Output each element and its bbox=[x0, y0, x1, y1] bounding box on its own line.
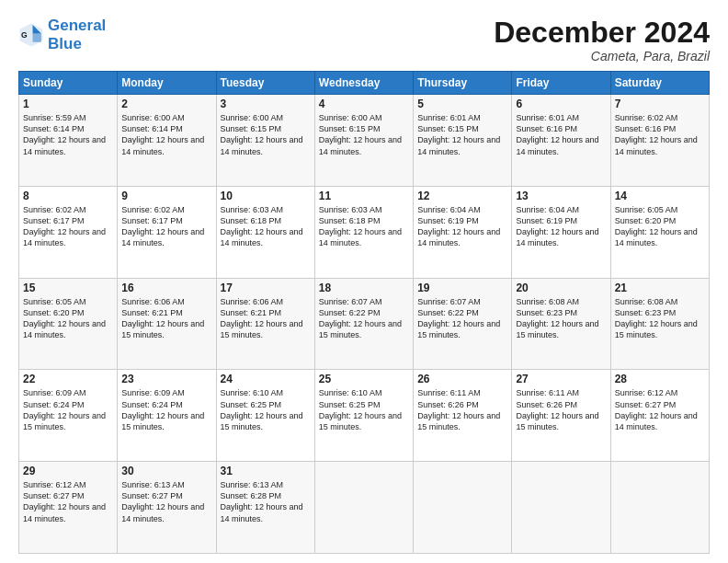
day-cell-1: 1Sunrise: 5:59 AMSunset: 6:14 PMDaylight… bbox=[19, 95, 118, 187]
calendar-header: SundayMondayTuesdayWednesdayThursdayFrid… bbox=[19, 72, 710, 95]
cell-info: Sunrise: 6:03 AMSunset: 6:18 PMDaylight:… bbox=[319, 204, 409, 249]
calendar-table: SundayMondayTuesdayWednesdayThursdayFrid… bbox=[18, 71, 710, 554]
day-cell-8: 8Sunrise: 6:02 AMSunset: 6:17 PMDaylight… bbox=[19, 186, 118, 278]
day-cell-4: 4Sunrise: 6:00 AMSunset: 6:15 PMDaylight… bbox=[314, 95, 413, 187]
day-number: 5 bbox=[417, 98, 507, 110]
day-number: 4 bbox=[319, 98, 409, 110]
weekday-header-row: SundayMondayTuesdayWednesdayThursdayFrid… bbox=[19, 72, 710, 95]
day-number: 8 bbox=[23, 190, 113, 202]
day-number: 24 bbox=[221, 373, 311, 385]
weekday-thursday: Thursday bbox=[414, 72, 512, 95]
day-cell-12: 12Sunrise: 6:04 AMSunset: 6:19 PMDayligh… bbox=[414, 186, 512, 278]
day-number: 16 bbox=[121, 282, 211, 294]
day-number: 25 bbox=[319, 373, 409, 385]
day-number: 2 bbox=[121, 98, 211, 110]
day-number: 7 bbox=[615, 98, 705, 110]
week-row-2: 8Sunrise: 6:02 AMSunset: 6:17 PMDaylight… bbox=[19, 186, 710, 278]
day-cell-6: 6Sunrise: 6:01 AMSunset: 6:16 PMDaylight… bbox=[512, 95, 610, 187]
day-cell-7: 7Sunrise: 6:02 AMSunset: 6:16 PMDaylight… bbox=[610, 95, 709, 187]
day-cell-27: 27Sunrise: 6:11 AMSunset: 6:26 PMDayligh… bbox=[512, 370, 610, 462]
svg-marker-2 bbox=[33, 33, 41, 41]
cell-info: Sunrise: 6:02 AMSunset: 6:17 PMDaylight:… bbox=[23, 204, 113, 249]
cell-info: Sunrise: 6:01 AMSunset: 6:16 PMDaylight:… bbox=[516, 112, 606, 157]
day-cell-3: 3Sunrise: 6:00 AMSunset: 6:15 PMDaylight… bbox=[216, 95, 314, 187]
logo-icon: G bbox=[18, 22, 44, 48]
cell-info: Sunrise: 6:04 AMSunset: 6:19 PMDaylight:… bbox=[516, 204, 606, 249]
cell-info: Sunrise: 5:59 AMSunset: 6:14 PMDaylight:… bbox=[23, 112, 113, 157]
day-number: 27 bbox=[516, 373, 606, 385]
day-cell-15: 15Sunrise: 6:05 AMSunset: 6:20 PMDayligh… bbox=[19, 278, 118, 370]
day-cell-21: 21Sunrise: 6:08 AMSunset: 6:23 PMDayligh… bbox=[610, 278, 709, 370]
week-row-3: 15Sunrise: 6:05 AMSunset: 6:20 PMDayligh… bbox=[19, 278, 710, 370]
cell-info: Sunrise: 6:09 AMSunset: 6:24 PMDaylight:… bbox=[23, 387, 113, 432]
day-number: 31 bbox=[221, 465, 311, 477]
day-number: 28 bbox=[615, 373, 705, 385]
day-cell-14: 14Sunrise: 6:05 AMSunset: 6:20 PMDayligh… bbox=[610, 186, 709, 278]
cell-info: Sunrise: 6:02 AMSunset: 6:17 PMDaylight:… bbox=[121, 204, 211, 249]
day-number: 17 bbox=[221, 282, 311, 294]
cell-info: Sunrise: 6:13 AMSunset: 6:27 PMDaylight:… bbox=[121, 479, 211, 524]
day-cell-18: 18Sunrise: 6:07 AMSunset: 6:22 PMDayligh… bbox=[314, 278, 413, 370]
day-cell-22: 22Sunrise: 6:09 AMSunset: 6:24 PMDayligh… bbox=[19, 370, 118, 462]
day-number: 9 bbox=[121, 190, 211, 202]
header: G General Blue December 2024 Cameta, Par… bbox=[18, 17, 710, 63]
empty-cell bbox=[512, 462, 610, 554]
logo: G General Blue bbox=[18, 17, 106, 52]
weekday-friday: Friday bbox=[512, 72, 610, 95]
cell-info: Sunrise: 6:08 AMSunset: 6:23 PMDaylight:… bbox=[516, 296, 606, 341]
weekday-tuesday: Tuesday bbox=[216, 72, 314, 95]
day-cell-17: 17Sunrise: 6:06 AMSunset: 6:21 PMDayligh… bbox=[216, 278, 314, 370]
weekday-saturday: Saturday bbox=[610, 72, 709, 95]
location: Cameta, Para, Brazil bbox=[494, 49, 710, 63]
day-number: 19 bbox=[417, 282, 507, 294]
cell-info: Sunrise: 6:00 AMSunset: 6:15 PMDaylight:… bbox=[319, 112, 409, 157]
cell-info: Sunrise: 6:00 AMSunset: 6:14 PMDaylight:… bbox=[121, 112, 211, 157]
day-number: 12 bbox=[417, 190, 507, 202]
empty-cell bbox=[414, 462, 512, 554]
day-cell-13: 13Sunrise: 6:04 AMSunset: 6:19 PMDayligh… bbox=[512, 186, 610, 278]
day-number: 23 bbox=[121, 373, 211, 385]
day-cell-30: 30Sunrise: 6:13 AMSunset: 6:27 PMDayligh… bbox=[118, 462, 216, 554]
cell-info: Sunrise: 6:03 AMSunset: 6:18 PMDaylight:… bbox=[221, 204, 311, 249]
day-cell-5: 5Sunrise: 6:01 AMSunset: 6:15 PMDaylight… bbox=[414, 95, 512, 187]
cell-info: Sunrise: 6:08 AMSunset: 6:23 PMDaylight:… bbox=[615, 296, 705, 341]
cell-info: Sunrise: 6:10 AMSunset: 6:25 PMDaylight:… bbox=[221, 387, 311, 432]
day-number: 18 bbox=[319, 282, 409, 294]
week-row-5: 29Sunrise: 6:12 AMSunset: 6:27 PMDayligh… bbox=[19, 462, 710, 554]
weekday-monday: Monday bbox=[118, 72, 216, 95]
day-cell-23: 23Sunrise: 6:09 AMSunset: 6:24 PMDayligh… bbox=[118, 370, 216, 462]
cell-info: Sunrise: 6:10 AMSunset: 6:25 PMDaylight:… bbox=[319, 387, 409, 432]
cell-info: Sunrise: 6:05 AMSunset: 6:20 PMDaylight:… bbox=[615, 204, 705, 249]
month-title: December 2024 bbox=[494, 17, 710, 49]
empty-cell bbox=[314, 462, 413, 554]
cell-info: Sunrise: 6:00 AMSunset: 6:15 PMDaylight:… bbox=[221, 112, 311, 157]
day-cell-28: 28Sunrise: 6:12 AMSunset: 6:27 PMDayligh… bbox=[610, 370, 709, 462]
day-cell-2: 2Sunrise: 6:00 AMSunset: 6:14 PMDaylight… bbox=[118, 95, 216, 187]
day-cell-26: 26Sunrise: 6:11 AMSunset: 6:26 PMDayligh… bbox=[414, 370, 512, 462]
day-number: 29 bbox=[23, 465, 113, 477]
cell-info: Sunrise: 6:06 AMSunset: 6:21 PMDaylight:… bbox=[221, 296, 311, 341]
day-number: 20 bbox=[516, 282, 606, 294]
day-number: 11 bbox=[319, 190, 409, 202]
day-number: 21 bbox=[615, 282, 705, 294]
day-cell-24: 24Sunrise: 6:10 AMSunset: 6:25 PMDayligh… bbox=[216, 370, 314, 462]
cell-info: Sunrise: 6:04 AMSunset: 6:19 PMDaylight:… bbox=[417, 204, 507, 249]
day-number: 14 bbox=[615, 190, 705, 202]
day-cell-11: 11Sunrise: 6:03 AMSunset: 6:18 PMDayligh… bbox=[314, 186, 413, 278]
logo-text-block: General Blue bbox=[48, 17, 106, 52]
title-block: December 2024 Cameta, Para, Brazil bbox=[494, 17, 710, 63]
logo-line2: Blue bbox=[48, 35, 106, 53]
week-row-4: 22Sunrise: 6:09 AMSunset: 6:24 PMDayligh… bbox=[19, 370, 710, 462]
day-cell-29: 29Sunrise: 6:12 AMSunset: 6:27 PMDayligh… bbox=[19, 462, 118, 554]
day-cell-19: 19Sunrise: 6:07 AMSunset: 6:22 PMDayligh… bbox=[414, 278, 512, 370]
day-cell-10: 10Sunrise: 6:03 AMSunset: 6:18 PMDayligh… bbox=[216, 186, 314, 278]
week-row-1: 1Sunrise: 5:59 AMSunset: 6:14 PMDaylight… bbox=[19, 95, 710, 187]
weekday-wednesday: Wednesday bbox=[314, 72, 413, 95]
cell-info: Sunrise: 6:11 AMSunset: 6:26 PMDaylight:… bbox=[417, 387, 507, 432]
day-number: 3 bbox=[221, 98, 311, 110]
day-number: 26 bbox=[417, 373, 507, 385]
cell-info: Sunrise: 6:02 AMSunset: 6:16 PMDaylight:… bbox=[615, 112, 705, 157]
day-number: 10 bbox=[221, 190, 311, 202]
day-number: 6 bbox=[516, 98, 606, 110]
day-cell-31: 31Sunrise: 6:13 AMSunset: 6:28 PMDayligh… bbox=[216, 462, 314, 554]
